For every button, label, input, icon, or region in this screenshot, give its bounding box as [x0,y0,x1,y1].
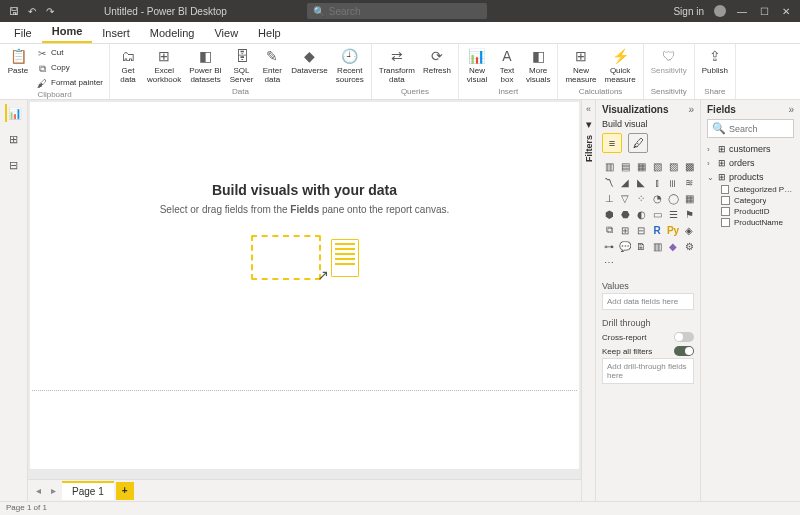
slicer-icon[interactable]: ⧉ [602,223,616,237]
stacked-bar-icon[interactable]: ▥ [602,159,616,173]
add-page-button[interactable]: + [116,482,134,500]
format-painter-button[interactable]: 🖌Format painter [34,76,105,90]
sensitivity-button[interactable]: 🛡Sensitivity [648,46,690,78]
collapse-fields-icon[interactable]: » [788,104,794,115]
checkbox[interactable] [721,196,730,205]
build-tab-icon[interactable]: ≡ [602,133,622,153]
new-visual-button[interactable]: 📊New visual [463,46,491,87]
combo2-icon[interactable]: ⫼ [666,175,680,189]
table-products[interactable]: ⌄⊞products [707,170,794,184]
dataverse-button[interactable]: ◆Dataverse [288,46,330,78]
tab-file[interactable]: File [4,23,42,43]
fields-search-input[interactable] [729,124,789,134]
recent-sources-button[interactable]: 🕘Recent sources [333,46,367,87]
model-view-icon[interactable]: ⊟ [5,156,23,174]
funnel-icon[interactable]: ▽ [618,191,632,205]
treemap-icon[interactable]: ▦ [682,191,696,205]
global-search[interactable]: 🔍 [307,3,487,19]
clustered-bar-icon[interactable]: ▦ [634,159,648,173]
drillthrough-dropzone[interactable]: Add drill-through fields here [602,358,694,384]
key-influencers-icon[interactable]: ◈ [682,223,696,237]
more-visuals-button[interactable]: ◧More visuals [523,46,553,87]
field-category[interactable]: Category [721,195,794,206]
save-icon[interactable]: 🖫 [8,5,20,17]
donut-icon[interactable]: ◯ [666,191,680,205]
table-orders[interactable]: ›⊞orders [707,156,794,170]
matrix-icon[interactable]: ⊟ [634,223,648,237]
gauge-icon[interactable]: ◐ [634,207,648,221]
pbi-datasets-button[interactable]: ◧Power BI datasets [186,46,224,87]
map-icon[interactable]: ⬢ [602,207,616,221]
minimize-button[interactable]: — [736,6,748,17]
hundred-column-icon[interactable]: ▩ [682,159,696,173]
publish-button[interactable]: ⇪Publish [699,46,731,78]
sql-server-button[interactable]: 🗄SQL Server [227,46,257,87]
redo-icon[interactable]: ↷ [44,5,56,17]
scatter-icon[interactable]: ⁘ [634,191,648,205]
tab-view[interactable]: View [204,23,248,43]
r-visual-icon[interactable]: R [650,223,664,237]
undo-icon[interactable]: ↶ [26,5,38,17]
paste-button[interactable]: 📋Paste [4,46,32,78]
avatar[interactable] [714,5,726,17]
checkbox[interactable] [721,218,730,227]
ribbon-chart-icon[interactable]: ≋ [682,175,696,189]
pie-icon[interactable]: ◔ [650,191,664,205]
automate-icon[interactable]: ⚙ [682,239,696,253]
new-measure-button[interactable]: ⊞New measure [562,46,599,87]
filters-pane-collapsed[interactable]: « ▾ Filters [581,100,595,501]
card-icon[interactable]: ▭ [650,207,664,221]
tab-modeling[interactable]: Modeling [140,23,205,43]
more-viz-icon[interactable]: ⋯ [602,255,616,269]
expand-filters-icon[interactable]: « [586,104,591,114]
cross-report-toggle[interactable] [674,332,694,342]
page-next-icon[interactable]: ▸ [47,483,60,498]
line-chart-icon[interactable]: 〽 [602,175,616,189]
data-view-icon[interactable]: ⊞ [5,130,23,148]
get-data-button[interactable]: 🗂Get data [114,46,142,87]
refresh-button[interactable]: ⟳Refresh [420,46,454,78]
paginated-icon[interactable]: ▥ [650,239,664,253]
area-chart-icon[interactable]: ◢ [618,175,632,189]
tab-home[interactable]: Home [42,21,93,43]
transform-data-button[interactable]: ⇄Transform data [376,46,418,87]
maximize-button[interactable]: ☐ [758,6,770,17]
copy-button[interactable]: ⧉Copy [34,61,105,75]
enter-data-button[interactable]: ✎Enter data [258,46,286,87]
textbox-button[interactable]: AText box [493,46,521,87]
table-icon[interactable]: ⊞ [618,223,632,237]
clustered-column-icon[interactable]: ▧ [650,159,664,173]
excel-workbook-button[interactable]: ⊞Excel workbook [144,46,184,87]
combo-icon[interactable]: ⫿ [650,175,664,189]
tab-insert[interactable]: Insert [92,23,140,43]
stacked-area-icon[interactable]: ◣ [634,175,648,189]
field-productname[interactable]: ProductName [721,217,794,228]
cut-button[interactable]: ✂Cut [34,46,105,60]
page-tab-1[interactable]: Page 1 [62,481,114,500]
multi-card-icon[interactable]: ☰ [666,207,680,221]
field-categorized[interactable]: Categorized Pro… [721,184,794,195]
report-canvas[interactable]: Build visuals with your data Select or d… [30,102,579,469]
format-tab-icon[interactable]: 🖊 [628,133,648,153]
checkbox[interactable] [721,185,729,194]
field-productid[interactable]: ProductID [721,206,794,217]
tab-help[interactable]: Help [248,23,291,43]
hundred-bar-icon[interactable]: ▨ [666,159,680,173]
narrative-icon[interactable]: 🗎 [634,239,648,253]
signin-link[interactable]: Sign in [673,6,704,17]
stacked-column-icon[interactable]: ▤ [618,159,632,173]
decomp-tree-icon[interactable]: ⊶ [602,239,616,253]
search-input[interactable] [329,6,481,17]
py-visual-icon[interactable]: Py [666,223,680,237]
qa-icon[interactable]: 💬 [618,239,632,253]
waterfall-icon[interactable]: ⊥ [602,191,616,205]
fields-search[interactable]: 🔍 [707,119,794,138]
collapse-viz-icon[interactable]: » [688,104,694,115]
table-customers[interactable]: ›⊞customers [707,142,794,156]
quick-measure-button[interactable]: ⚡Quick measure [602,46,639,87]
checkbox[interactable] [721,207,730,216]
powerapps-icon[interactable]: ◆ [666,239,680,253]
close-button[interactable]: ✕ [780,6,792,17]
report-view-icon[interactable]: 📊 [5,104,23,122]
kpi-icon[interactable]: ⚑ [682,207,696,221]
